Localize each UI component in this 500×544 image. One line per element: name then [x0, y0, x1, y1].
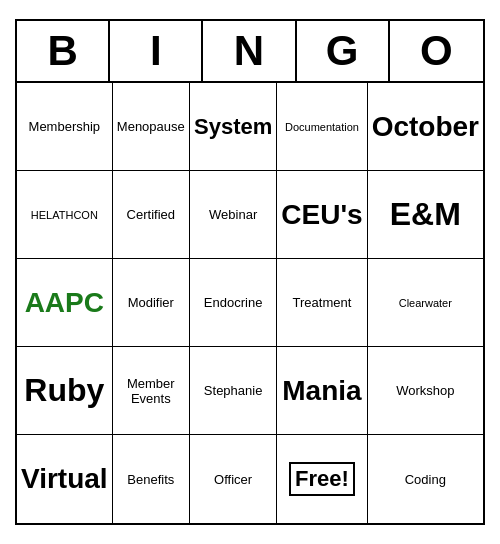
header-letter: G — [297, 21, 390, 81]
bingo-header: BINGO — [17, 21, 483, 83]
bingo-grid: MembershipMenopauseSystemDocumentationOc… — [17, 83, 483, 523]
bingo-cell: Benefits — [113, 435, 190, 523]
bingo-cell: System — [190, 83, 277, 171]
free-space: Free! — [289, 462, 355, 496]
bingo-cell: AAPC — [17, 259, 113, 347]
bingo-cell: E&M — [368, 171, 483, 259]
bingo-cell: Stephanie — [190, 347, 277, 435]
bingo-cell: Clearwater — [368, 259, 483, 347]
header-letter: N — [203, 21, 296, 81]
bingo-cell: HELATHCON — [17, 171, 113, 259]
bingo-cell: Virtual — [17, 435, 113, 523]
bingo-cell: Free! — [277, 435, 367, 523]
bingo-cell: October — [368, 83, 483, 171]
bingo-cell: Workshop — [368, 347, 483, 435]
bingo-card: BINGO MembershipMenopauseSystemDocumenta… — [15, 19, 485, 525]
bingo-cell: Ruby — [17, 347, 113, 435]
bingo-cell: Membership — [17, 83, 113, 171]
bingo-cell: Treatment — [277, 259, 367, 347]
bingo-cell: Officer — [190, 435, 277, 523]
bingo-cell: Webinar — [190, 171, 277, 259]
bingo-cell: Documentation — [277, 83, 367, 171]
bingo-cell: Endocrine — [190, 259, 277, 347]
header-letter: B — [17, 21, 110, 81]
bingo-cell: Mania — [277, 347, 367, 435]
bingo-cell: Menopause — [113, 83, 190, 171]
bingo-cell: Coding — [368, 435, 483, 523]
bingo-cell: CEU's — [277, 171, 367, 259]
bingo-cell: Certified — [113, 171, 190, 259]
header-letter: I — [110, 21, 203, 81]
header-letter: O — [390, 21, 483, 81]
bingo-cell: Member Events — [113, 347, 190, 435]
bingo-cell: Modifier — [113, 259, 190, 347]
